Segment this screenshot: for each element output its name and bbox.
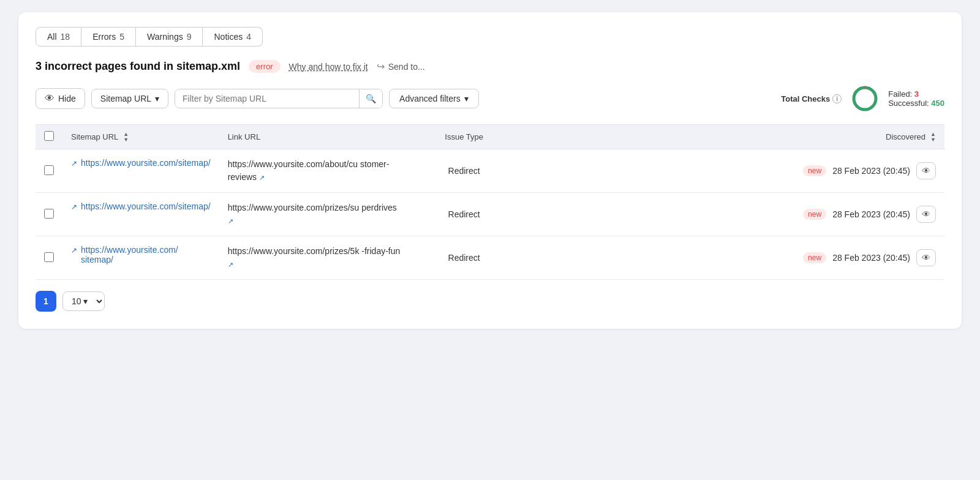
chevron-down-icon-2: ▾ [464,94,469,103]
row-eye-button[interactable]: 👁 [916,249,936,266]
eye-icon: 👁 [45,93,55,104]
th-check [36,125,62,149]
hide-label: Hide [58,94,76,103]
issue-type-cell: Redirect [409,149,519,193]
search-button[interactable]: 🔍 [359,89,382,108]
tab-label: Warnings [147,32,183,42]
sitemap-url-link[interactable]: ↗ https://www.yoursite.com/ sitemap/ [71,245,211,264]
checks-failed: Failed: 3 [888,89,944,99]
sort-arrows-discovered: ▲▼ [930,132,936,143]
link-url-wrapper: https://www.yoursite.com/prizes/su perdr… [228,201,401,227]
advanced-filters-label: Advanced filters [399,94,461,103]
table-body: ↗ https://www.yoursite.com/sitemap/ http… [36,149,944,280]
pagination-row: 1 10 ▾ 25 ▾ 50 ▾ [36,291,944,312]
link-url-cell: https://www.yoursite.com/prizes/5k -frid… [219,236,409,280]
ext-icon-link: ↗ [228,217,233,225]
issue-header: 3 incorrect pages found in sitemap.xml e… [36,60,944,73]
issue-title: 3 incorrect pages found in sitemap.xml [36,60,240,73]
row-eye-button[interactable]: 👁 [916,162,936,179]
why-fix-link[interactable]: Why and how to fix it [289,62,368,72]
discovered-date: 28 Feb 2023 (20:45) [832,209,910,219]
sitemap-url-cell: ↗ https://www.yoursite.com/sitemap/ [62,193,219,236]
sort-arrows-sitemap: ▲▼ [123,132,129,143]
new-badge: new [803,252,826,263]
link-url-cell: https://www.yoursite.com/prizes/su perdr… [219,193,409,236]
discovered-date: 28 Feb 2023 (20:45) [832,166,910,176]
sitemap-url-text: https://www.yoursite.com/sitemap/ [81,158,211,168]
eye-icon-row: 👁 [922,166,930,176]
svg-point-1 [854,88,876,110]
checks-success: Successful: 450 [888,99,944,108]
issue-type-value: Redirect [448,166,480,176]
discovered-cell: new 28 Feb 2023 (20:45) 👁 [519,236,944,280]
info-icon[interactable]: i [832,94,842,103]
new-badge: new [803,165,826,176]
total-checks: Total Checks i Failed: 3 Successful: 450 [781,84,944,113]
tab-all[interactable]: All 18 [36,27,81,47]
row-eye-button[interactable]: 👁 [916,206,936,223]
discovered-wrapper: new 28 Feb 2023 (20:45) 👁 [528,249,936,266]
page-1-button[interactable]: 1 [36,291,56,312]
row-checkbox-0[interactable] [44,165,54,175]
main-card: All 18Errors 5Warnings 9Notices 4 3 inco… [18,12,962,329]
new-badge: new [803,209,826,220]
error-badge: error [249,60,280,73]
tab-count: 9 [187,32,192,42]
discovered-wrapper: new 28 Feb 2023 (20:45) 👁 [528,206,936,223]
tab-count: 4 [246,32,251,42]
issue-type-value: Redirect [448,209,480,219]
ext-icon-link: ↗ [228,261,233,268]
search-input[interactable] [175,89,359,108]
filter-tabs: All 18Errors 5Warnings 9Notices 4 [36,27,944,47]
hide-button[interactable]: 👁 Hide [36,88,85,109]
link-url-text: https://www.yoursite.com/prizes/su perdr… [228,201,401,227]
eye-icon-row: 👁 [922,253,930,263]
sitemap-url-cell: ↗ https://www.yoursite.com/sitemap/ [62,149,219,193]
chevron-down-icon: ▾ [155,94,159,103]
select-all-checkbox[interactable] [44,131,54,141]
table-header-row: Sitemap URL ▲▼ Link URL Issue Type Disco… [36,125,944,149]
issue-type-value: Redirect [448,253,480,263]
tab-notices[interactable]: Notices 4 [203,27,262,47]
issue-type-cell: Redirect [409,193,519,236]
discovered-cell: new 28 Feb 2023 (20:45) 👁 [519,149,944,193]
discovered-wrapper: new 28 Feb 2023 (20:45) 👁 [528,162,936,179]
row-checkbox-2[interactable] [44,252,54,262]
row-checkbox-cell [36,236,62,280]
tab-errors[interactable]: Errors 5 [81,27,136,47]
th-issue-type: Issue Type [409,125,519,149]
sitemap-url-cell: ↗ https://www.yoursite.com/ sitemap/ [62,236,219,280]
sitemap-url-dropdown[interactable]: Sitemap URL ▾ [91,89,168,108]
discovered-date: 28 Feb 2023 (20:45) [832,253,910,263]
tab-warnings[interactable]: Warnings 9 [136,27,203,47]
row-checkbox-1[interactable] [44,209,54,219]
checks-text: Failed: 3 Successful: 450 [888,89,944,108]
controls-row: 👁 Hide Sitemap URL ▾ 🔍 Advanced filters … [36,84,944,113]
tab-label: Errors [92,32,116,42]
discovered-cell: new 28 Feb 2023 (20:45) 👁 [519,193,944,236]
sitemap-url-text: https://www.yoursite.com/sitemap/ [81,201,211,211]
total-checks-label: Total Checks i [781,94,842,103]
send-arrow-icon: ↪ [377,61,385,72]
search-box: 🔍 [175,89,383,108]
link-url-text: https://www.yoursite.com/about/cu stomer… [228,158,401,184]
per-page-select[interactable]: 10 ▾ 25 ▾ 50 ▾ [62,291,105,311]
link-url-wrapper: https://www.yoursite.com/about/cu stomer… [228,158,401,184]
row-checkbox-cell [36,149,62,193]
sitemap-url-link[interactable]: ↗ https://www.yoursite.com/sitemap/ [71,201,211,211]
sitemap-url-link[interactable]: ↗ https://www.yoursite.com/sitemap/ [71,158,211,168]
table-row: ↗ https://www.yoursite.com/sitemap/ http… [36,149,944,193]
sitemap-url-text: https://www.yoursite.com/ sitemap/ [81,245,211,264]
table-row: ↗ https://www.yoursite.com/ sitemap/ htt… [36,236,944,280]
th-link-url: Link URL [219,125,409,149]
th-discovered[interactable]: Discovered ▲▼ [519,125,944,149]
issue-type-cell: Redirect [409,236,519,280]
th-sitemap-url[interactable]: Sitemap URL ▲▼ [62,125,219,149]
eye-icon-row: 👁 [922,209,930,219]
advanced-filters-button[interactable]: Advanced filters ▾ [389,89,479,108]
send-to-button[interactable]: ↪ Send to... [377,61,425,72]
link-url-cell: https://www.yoursite.com/about/cu stomer… [219,149,409,193]
send-to-label: Send to... [388,62,425,72]
external-link-icon: ↗ [71,203,77,211]
tab-count: 18 [61,32,70,42]
